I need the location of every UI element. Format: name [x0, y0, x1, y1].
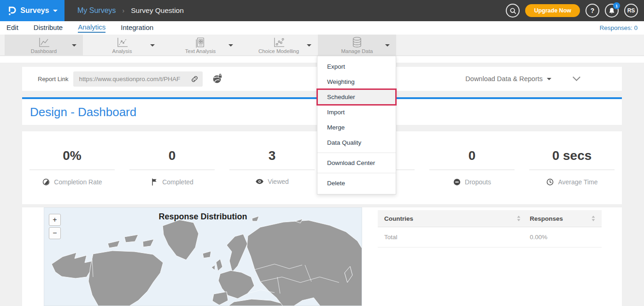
breadcrumb: My Surveys › Survey Question [77, 6, 184, 15]
scatter-chart-icon [273, 37, 285, 48]
sort-icon[interactable] [591, 216, 595, 221]
column-responses: Responses [530, 215, 563, 222]
chevron-down-icon [547, 78, 551, 80]
breadcrumb-current: Survey Question [131, 6, 184, 15]
chevron-down-icon[interactable] [228, 44, 233, 47]
map-zoom-controls: + − [49, 214, 61, 239]
chevron-down-icon[interactable] [385, 44, 390, 47]
menu-divider [317, 153, 396, 153]
download-data-reports-dropdown[interactable]: Download Data & Reports [465, 75, 551, 82]
stat-completion-rate: 0% Completion Rate [22, 131, 122, 204]
nav-analytics[interactable]: Analytics [78, 23, 105, 33]
product-label: Surveys [20, 6, 49, 15]
tab-choice-modelling[interactable]: Choice Modelling [240, 35, 318, 56]
survey-nav: Edit Distribute Analytics Integration Re… [0, 21, 644, 35]
notification-badge: 1 [613, 2, 620, 9]
avatar-initials: RS [627, 7, 635, 14]
total-label: Total [384, 234, 398, 241]
sort-icon[interactable] [517, 216, 521, 221]
minus-circle-icon [453, 178, 461, 186]
stat-completed: 0 Completed [122, 131, 222, 204]
notifications-button[interactable]: 1 [605, 4, 619, 18]
menu-divider [317, 173, 396, 173]
menu-item-merge[interactable]: Merge [317, 120, 396, 135]
chevron-down-icon[interactable] [307, 44, 311, 47]
nav-edit[interactable]: Edit [6, 24, 18, 32]
breadcrumb-my-surveys[interactable]: My Surveys [77, 6, 116, 15]
flag-icon [151, 178, 158, 186]
stat-average-time: 0 secs Average Time [522, 131, 622, 204]
table-row-total: Total 0.00% [378, 227, 602, 247]
menu-item-scheduler[interactable]: Scheduler [317, 89, 396, 105]
tab-text-analysis[interactable]: Text Analysis [161, 35, 240, 56]
upgrade-now-button[interactable]: Upgrade Now [525, 4, 580, 17]
trend-chart-icon [116, 37, 129, 48]
manage-data-menu: Export Weighting Scheduler Import Merge … [317, 56, 396, 194]
questionpro-dashboard: Surveys My Surveys › Survey Question Upg… [0, 0, 644, 306]
nav-integration[interactable]: Integration [121, 24, 153, 32]
completion-rate-icon [42, 178, 50, 186]
chevron-down-icon[interactable] [72, 44, 76, 47]
chevron-down-icon [53, 10, 58, 12]
avatar[interactable]: RS [624, 4, 638, 18]
text-document-icon [195, 37, 206, 48]
line-chart-icon [38, 37, 50, 48]
menu-item-weighting[interactable]: Weighting [317, 74, 396, 89]
countries-table: Countries Responses Total 0.00% [378, 210, 602, 247]
surveys-product-menu[interactable]: Surveys [0, 0, 64, 21]
zoom-out-button[interactable]: − [49, 227, 61, 239]
stat-viewed: 3 Viewed [222, 131, 322, 204]
world-map-svg [44, 208, 362, 306]
menu-item-data-quality[interactable]: Data Quality [317, 135, 396, 150]
link-icon[interactable] [190, 75, 199, 85]
total-responses: 0.00% [530, 234, 547, 241]
zoom-in-button[interactable]: + [49, 214, 61, 226]
report-link-label: Report Link [38, 76, 68, 82]
tab-manage-data[interactable]: Manage Data [318, 35, 396, 56]
menu-item-download-center[interactable]: Download Center [317, 155, 396, 171]
menu-item-import[interactable]: Import [317, 105, 396, 120]
report-url-input[interactable] [73, 71, 203, 87]
page-title: Design - Dashboard [30, 105, 136, 119]
help-button[interactable]: ? [585, 4, 599, 18]
responses-count: Responses: 0 [599, 24, 638, 31]
breadcrumb-separator: › [123, 7, 125, 14]
globe-lock-icon[interactable] [212, 73, 223, 84]
menu-item-export[interactable]: Export [317, 59, 396, 74]
questionpro-logo-icon [7, 6, 17, 16]
tab-analysis[interactable]: Analysis [83, 35, 161, 56]
search-icon [509, 7, 516, 14]
analytics-toolbar: Dashboard Analysis Text Analysis Choice … [0, 35, 644, 56]
topbar-actions: Upgrade Now ? 1 RS [506, 4, 644, 18]
database-icon [351, 37, 363, 48]
search-button[interactable] [506, 4, 520, 18]
map-title: Response Distribution [44, 212, 362, 222]
chevron-down-icon[interactable] [150, 44, 155, 47]
question-mark-icon: ? [591, 7, 595, 14]
response-distribution-card: Response Distribution + − Countries Resp… [22, 207, 622, 306]
column-countries: Countries [384, 215, 413, 222]
collapse-chevron-icon[interactable] [572, 76, 581, 82]
countries-table-header: Countries Responses [378, 210, 602, 227]
eye-icon [255, 178, 264, 185]
report-url-wrap [73, 71, 203, 87]
stat-dropouts: 0 Dropouts [422, 131, 522, 204]
world-map[interactable]: Response Distribution + − [44, 207, 362, 306]
clock-icon [546, 178, 554, 186]
menu-item-delete[interactable]: Delete [317, 176, 396, 191]
nav-distribute[interactable]: Distribute [34, 24, 63, 32]
topbar: Surveys My Surveys › Survey Question Upg… [0, 0, 644, 21]
tab-dashboard[interactable]: Dashboard [5, 35, 83, 56]
